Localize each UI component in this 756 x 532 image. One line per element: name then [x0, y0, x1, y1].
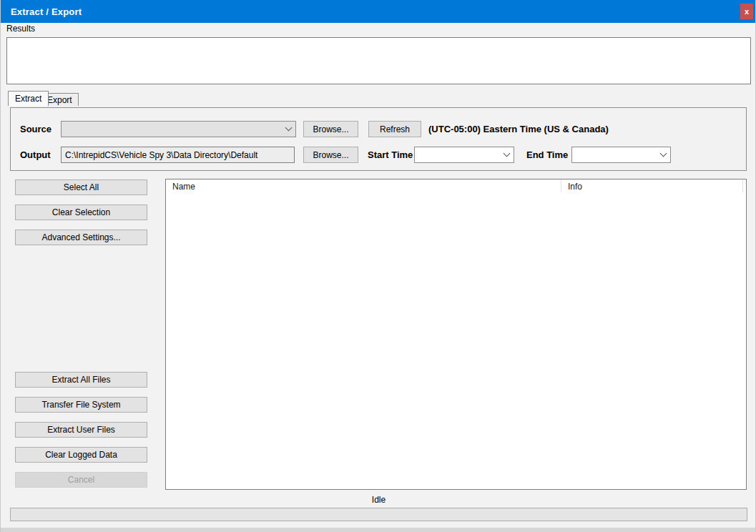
cancel-button: Cancel — [15, 472, 147, 488]
timezone-label: (UTC-05:00) Eastern Time (US & Canada) — [428, 124, 609, 134]
chevron-down-icon — [285, 124, 293, 132]
output-label: Output — [20, 149, 51, 160]
transfer-file-system-button[interactable]: Transfer File System — [15, 397, 147, 413]
file-list-body[interactable] — [166, 194, 746, 489]
file-list-header: Name Info — [166, 179, 746, 194]
results-label: Results — [6, 24, 35, 34]
chevron-down-icon — [660, 150, 667, 157]
window-bottom-edge — [1, 528, 755, 532]
output-browse-button[interactable]: Browse... — [303, 147, 358, 163]
file-list[interactable]: Name Info — [165, 179, 747, 490]
column-header-info[interactable]: Info — [561, 179, 743, 192]
close-icon[interactable]: x — [740, 4, 753, 19]
window-title: Extract / Export — [1, 6, 82, 17]
column-header-name[interactable]: Name — [166, 179, 561, 192]
output-path-input[interactable] — [61, 147, 295, 163]
source-label: Source — [20, 124, 51, 134]
status-text: Idle — [1, 495, 756, 505]
extract-all-files-button[interactable]: Extract All Files — [15, 372, 147, 388]
refresh-button[interactable]: Refresh — [368, 121, 421, 137]
chevron-down-icon — [504, 150, 511, 157]
tab-extract[interactable]: Extract — [8, 91, 49, 106]
extract-export-dialog: Extract / Export x Results Extract Expor… — [0, 0, 756, 532]
source-browse-button[interactable]: Browse... — [303, 121, 358, 137]
extract-user-files-button[interactable]: Extract User Files — [15, 422, 147, 438]
clear-logged-data-button[interactable]: Clear Logged Data — [15, 447, 147, 463]
results-output[interactable] — [6, 37, 751, 84]
end-time-label: End Time — [526, 149, 568, 160]
title-bar: Extract / Export x — [1, 0, 755, 23]
settings-groupbox: Source Browse... Refresh (UTC-05:00) Eas… — [10, 107, 747, 171]
select-all-button[interactable]: Select All — [15, 179, 147, 195]
source-combobox[interactable] — [61, 121, 296, 137]
end-time-combobox[interactable] — [571, 147, 671, 163]
advanced-settings-button[interactable]: Advanced Settings... — [15, 230, 147, 245]
start-time-combobox[interactable] — [414, 147, 514, 163]
clear-selection-button[interactable]: Clear Selection — [15, 205, 147, 220]
progress-bar — [10, 508, 747, 521]
start-time-label: Start Time — [368, 149, 413, 160]
